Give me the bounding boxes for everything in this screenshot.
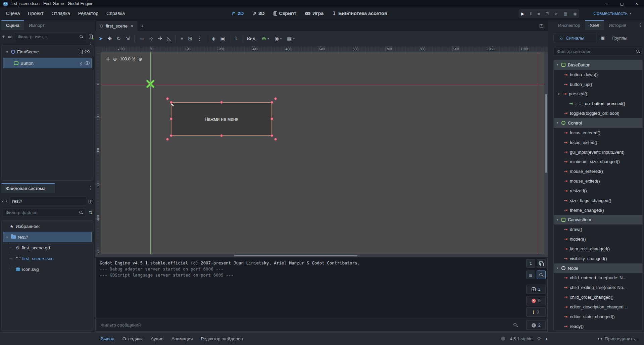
selection-handle[interactable] — [270, 117, 273, 120]
move-tool-icon[interactable]: ✥ — [108, 36, 112, 42]
tab-инспектор[interactable]: Инспектор — [553, 21, 585, 30]
anchor-handle[interactable] — [274, 138, 277, 141]
fs-dock-menu-icon[interactable]: ⋮ — [88, 185, 93, 191]
group-button-icon[interactable]: ▣ — [220, 36, 225, 42]
viewport-hscrollbar[interactable] — [95, 254, 548, 257]
connections-icon[interactable]: ▣ — [600, 36, 605, 40]
menu-item[interactable]: Проект — [24, 11, 47, 16]
mode-game[interactable]: Игра — [305, 11, 324, 16]
warnings-filter[interactable]: !0 — [526, 307, 546, 317]
right-dock-menu-icon[interactable]: ⋮ — [638, 22, 643, 28]
groups-tab-button[interactable]: Группы — [608, 33, 631, 43]
signal-row[interactable]: ⇥theme_changed() — [554, 205, 642, 215]
center-view-icon[interactable]: ✛ — [106, 56, 110, 62]
fs-filter-input[interactable] — [5, 210, 77, 215]
play-custom-scene-button[interactable]: ▦ — [564, 11, 567, 16]
tab-import[interactable]: Импорт — [24, 21, 49, 30]
connected-method-row[interactable]: ⇥.. :: _on_button_pressed() — [554, 99, 642, 108]
signal-row[interactable]: ⇥child_exiting_tree(node: No... — [554, 283, 642, 292]
editor-messages-filter[interactable]: i2 — [526, 321, 546, 330]
search-output-toggle[interactable] — [537, 270, 546, 279]
anchor-handle[interactable] — [166, 97, 169, 100]
menu-item[interactable]: Отладка — [47, 11, 74, 16]
signal-row[interactable]: ⇥editor_description_changed... — [554, 302, 642, 312]
signal-section-row[interactable]: ▾Control — [554, 118, 642, 128]
new-scene-tab-button[interactable]: + — [141, 23, 144, 28]
attach-script-button[interactable] — [89, 35, 93, 39]
view-menu[interactable]: Вид — [247, 36, 255, 41]
signal-row[interactable]: ⇥child_order_changed() — [554, 292, 642, 302]
movie-maker-button[interactable]: ◉ — [573, 11, 577, 16]
selection-handle[interactable] — [220, 101, 223, 104]
signal-row[interactable]: ⇥ready() — [554, 322, 642, 331]
bottom-tab[interactable]: Вывод — [97, 336, 118, 341]
instance-scene-button[interactable]: ∞ — [8, 34, 11, 39]
anchor-handle[interactable] — [166, 138, 169, 141]
vscroll-thumb[interactable] — [545, 94, 547, 173]
zoom-out-button[interactable]: ⊖ — [113, 56, 117, 62]
mode-2d[interactable]: ↱2D — [232, 11, 244, 16]
tab-scene[interactable]: Сцена — [1, 20, 24, 30]
bottom-tab[interactable]: Анимация — [167, 336, 197, 341]
nav-back-icon[interactable]: ‹ — [2, 199, 4, 203]
menu-item[interactable]: Редактор — [74, 11, 102, 16]
file-row[interactable]: ★Избранное: — [3, 221, 92, 231]
remote-debug-button[interactable]: ⊡ — [545, 11, 549, 16]
pivot-tool-icon[interactable]: ⊹ — [149, 36, 153, 42]
signal-row[interactable]: ⇥button_up() — [554, 80, 642, 89]
mode-3d[interactable]: ⇗3D — [252, 11, 264, 16]
signal-section-row[interactable]: ▾BaseButton — [554, 60, 642, 70]
signal-row[interactable]: ⇥button_down() — [554, 70, 642, 80]
signal-row[interactable]: ⇥hidden() — [554, 234, 642, 244]
signal-row[interactable]: ⇥editor_state_changed() — [554, 312, 642, 322]
collapse-duplicates-toggle[interactable]: ≣ — [526, 270, 535, 279]
clear-output-button[interactable]: ↧ — [526, 259, 535, 268]
tab-узел[interactable]: Узел — [585, 20, 604, 30]
signal-row[interactable]: ⇥item_rect_changed() — [554, 244, 642, 254]
rotate-tool-icon[interactable]: ↻ — [116, 36, 121, 42]
signal-row[interactable]: ⇥gui_input(event: InputEvent) — [554, 147, 642, 157]
pin-bottom-panel-icon[interactable]: ⚲ — [537, 336, 541, 341]
signal-row[interactable]: ▾⇥pressed() — [554, 89, 642, 99]
scene-filter-input[interactable] — [17, 34, 78, 40]
std-messages-filter[interactable]: !1 — [526, 285, 546, 294]
lock-button-icon[interactable]: ◈ — [212, 36, 216, 42]
tree-row[interactable]: Button — [3, 58, 92, 68]
selection-handle[interactable] — [170, 117, 172, 120]
pause-button[interactable]: ‖ — [530, 11, 532, 16]
signal-row[interactable]: ⇥focus_entered() — [554, 128, 642, 138]
scale-tool-icon[interactable]: ⇲ — [126, 36, 130, 42]
file-row[interactable]: icon.svg — [3, 264, 92, 274]
signal-row[interactable]: ⇥minimum_size_changed() — [554, 157, 642, 166]
errors-filter[interactable]: ✕0 — [526, 296, 546, 305]
zoom-in-button[interactable]: ⊕ — [138, 56, 142, 62]
ruler-tool-icon[interactable]: ◺ — [167, 36, 171, 42]
signal-row[interactable]: ⇥child_entered_tree(node: N... — [554, 273, 642, 283]
close-icon[interactable]: ✕ — [130, 24, 133, 28]
skeleton-options-icon[interactable]: ⌇ — [235, 36, 237, 42]
fs-path[interactable]: res:// — [9, 197, 86, 205]
selection-handle[interactable] — [270, 101, 273, 104]
chevron-down-icon[interactable]: ▾ — [5, 235, 9, 239]
list-select-tool-icon[interactable]: ≔ — [139, 36, 144, 42]
connect-signal-button[interactable]: ⊷ Присоединить... — [598, 332, 639, 345]
signal-row[interactable]: ⇥mouse_exited() — [554, 176, 642, 186]
sort-files-icon[interactable]: ⇅ — [89, 210, 93, 215]
canvas-button-node[interactable]: Нажми на меня — [171, 102, 272, 136]
grid-visibility-button[interactable]: ▦▾ — [287, 36, 295, 42]
signal-row[interactable]: ⇥mouse_entered() — [554, 166, 642, 176]
nav-forward-icon[interactable]: › — [6, 199, 7, 203]
play-button[interactable]: ▶ — [521, 11, 524, 16]
update-status-icon[interactable] — [501, 337, 505, 341]
visibility-eye-icon[interactable] — [85, 50, 90, 53]
chevron-down-icon[interactable]: ▾ — [556, 218, 559, 221]
file-row[interactable]: first_scene.tscn — [3, 253, 92, 263]
chevron-down-icon[interactable]: ▾ — [5, 50, 9, 54]
copy-output-button[interactable] — [537, 259, 546, 268]
menu-item[interactable]: Сцена — [2, 11, 24, 16]
output-filter-input[interactable] — [100, 322, 510, 328]
file-row[interactable]: ▾res:// — [3, 232, 92, 242]
file-row[interactable]: ⚙first_scene.gd — [3, 243, 92, 253]
grid-snap-toggle-icon[interactable]: ⊞ — [188, 36, 192, 42]
zoom-level[interactable]: 100.0 % — [120, 57, 135, 61]
